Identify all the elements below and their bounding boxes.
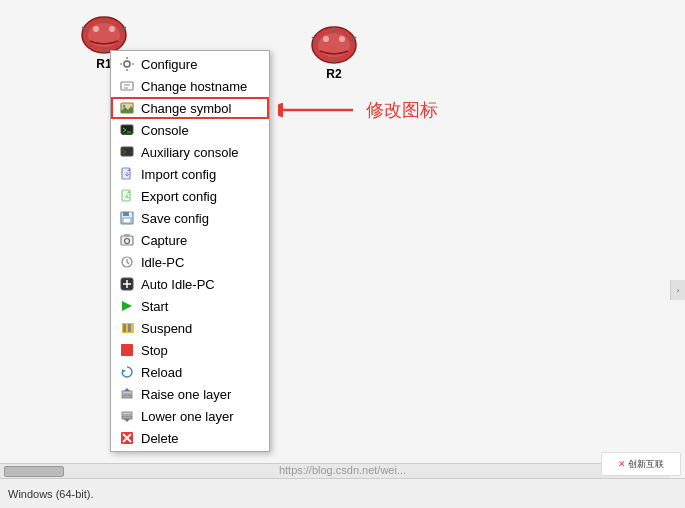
menu-item-change-hostname[interactable]: Change hostname bbox=[111, 75, 269, 97]
save-config-icon bbox=[119, 210, 135, 226]
menu-item-lower-layer[interactable]: Lower one layer bbox=[111, 405, 269, 427]
annotation-text: 修改图标 bbox=[366, 98, 438, 122]
change-symbol-icon bbox=[119, 100, 135, 116]
menu-label-auto-idle-pc: Auto Idle-PC bbox=[141, 277, 261, 292]
menu-item-import-config[interactable]: Import config bbox=[111, 163, 269, 185]
router-r2-label: R2 bbox=[326, 67, 341, 81]
svg-marker-45 bbox=[124, 419, 130, 422]
menu-label-start: Start bbox=[141, 299, 261, 314]
menu-label-stop: Stop bbox=[141, 343, 261, 358]
svg-point-11 bbox=[339, 36, 345, 42]
svg-rect-38 bbox=[121, 344, 133, 356]
scrollbar-thumb[interactable] bbox=[4, 466, 64, 477]
menu-item-suspend[interactable]: Suspend bbox=[111, 317, 269, 339]
svg-rect-22 bbox=[121, 147, 133, 156]
console-icon bbox=[119, 122, 135, 138]
menu-item-export-config[interactable]: Export config bbox=[111, 185, 269, 207]
svg-rect-27 bbox=[129, 212, 131, 215]
menu-item-change-symbol[interactable]: Change symbol bbox=[111, 97, 269, 119]
lower-layer-icon bbox=[119, 408, 135, 424]
menu-label-auxiliary-console: Auxiliary console bbox=[141, 145, 261, 160]
menu-item-console[interactable]: Console bbox=[111, 119, 269, 141]
suspend-icon bbox=[119, 320, 135, 336]
menu-item-idle-pc[interactable]: Idle-PC bbox=[111, 251, 269, 273]
context-menu: Configure Change hostname Change symbol … bbox=[110, 50, 270, 452]
menu-item-raise-layer[interactable]: Raise one layer bbox=[111, 383, 269, 405]
menu-item-auxiliary-console[interactable]: Auxiliary console bbox=[111, 141, 269, 163]
menu-item-capture[interactable]: Capture bbox=[111, 229, 269, 251]
menu-item-stop[interactable]: Stop bbox=[111, 339, 269, 361]
delete-icon bbox=[119, 430, 135, 446]
menu-item-configure[interactable]: Configure bbox=[111, 53, 269, 75]
menu-item-start[interactable]: Start bbox=[111, 295, 269, 317]
stop-icon bbox=[119, 342, 135, 358]
svg-rect-36 bbox=[123, 324, 126, 332]
svg-rect-20 bbox=[121, 125, 133, 134]
change-hostname-icon bbox=[119, 78, 135, 94]
svg-point-2 bbox=[93, 26, 99, 32]
menu-label-change-hostname: Change hostname bbox=[141, 79, 261, 94]
menu-label-capture: Capture bbox=[141, 233, 261, 248]
menu-label-console: Console bbox=[141, 123, 261, 138]
svg-rect-26 bbox=[123, 212, 129, 216]
red-arrow-icon bbox=[278, 100, 358, 120]
svg-marker-39 bbox=[122, 369, 126, 373]
canvas-area: R1 R2 Configure Ch bbox=[0, 0, 685, 508]
svg-point-10 bbox=[323, 36, 329, 42]
start-icon bbox=[119, 298, 135, 314]
menu-label-reload: Reload bbox=[141, 365, 261, 380]
svg-rect-44 bbox=[122, 416, 132, 419]
svg-point-3 bbox=[109, 26, 115, 32]
reload-icon bbox=[119, 364, 135, 380]
menu-label-lower-layer: Lower one layer bbox=[141, 409, 261, 424]
svg-rect-28 bbox=[123, 218, 131, 223]
svg-marker-42 bbox=[124, 388, 130, 391]
menu-label-import-config: Import config bbox=[141, 167, 261, 182]
menu-label-export-config: Export config bbox=[141, 189, 261, 204]
router-r2[interactable]: R2 bbox=[310, 25, 358, 81]
configure-icon bbox=[119, 56, 135, 72]
logo-text: 创新互联 bbox=[628, 458, 664, 471]
menu-item-delete[interactable]: Delete bbox=[111, 427, 269, 449]
menu-item-reload[interactable]: Reload bbox=[111, 361, 269, 383]
status-text: Windows (64-bit). bbox=[8, 488, 94, 500]
idle-pc-icon bbox=[119, 254, 135, 270]
menu-label-idle-pc: Idle-PC bbox=[141, 255, 261, 270]
scroll-right-arrow[interactable]: › bbox=[670, 280, 685, 300]
auto-idle-pc-icon bbox=[119, 276, 135, 292]
menu-label-suspend: Suspend bbox=[141, 321, 261, 336]
menu-label-configure: Configure bbox=[141, 57, 261, 72]
raise-layer-icon bbox=[119, 386, 135, 402]
svg-rect-40 bbox=[122, 395, 132, 398]
menu-item-save-config[interactable]: Save config bbox=[111, 207, 269, 229]
svg-rect-37 bbox=[128, 324, 131, 332]
svg-rect-43 bbox=[122, 412, 132, 415]
auxiliary-console-icon bbox=[119, 144, 135, 160]
status-bar: Windows (64-bit). bbox=[0, 478, 685, 508]
logo-watermark: ✕ 创新互联 bbox=[601, 452, 681, 476]
annotation-area: 修改图标 bbox=[278, 98, 438, 122]
menu-label-change-symbol: Change symbol bbox=[141, 101, 261, 116]
menu-label-delete: Delete bbox=[141, 431, 261, 446]
capture-icon bbox=[119, 232, 135, 248]
menu-label-raise-layer: Raise one layer bbox=[141, 387, 261, 402]
watermark-url: https://blog.csdn.net/wei... bbox=[279, 464, 406, 476]
import-config-icon bbox=[119, 166, 135, 182]
export-config-icon bbox=[119, 188, 135, 204]
svg-rect-31 bbox=[124, 234, 130, 237]
menu-label-save-config: Save config bbox=[141, 211, 261, 226]
svg-rect-17 bbox=[121, 82, 133, 90]
svg-point-16 bbox=[124, 61, 130, 67]
svg-marker-34 bbox=[122, 301, 132, 311]
menu-item-auto-idle-pc[interactable]: Auto Idle-PC bbox=[111, 273, 269, 295]
svg-rect-41 bbox=[122, 391, 132, 394]
